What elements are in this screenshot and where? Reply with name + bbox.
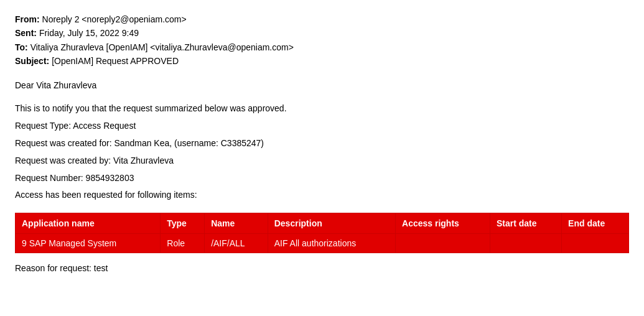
body-line1: This is to notify you that the request s… <box>15 101 629 116</box>
from-value: Noreply 2 <noreply2@openiam.com> <box>42 14 187 24</box>
to-label: To: <box>15 42 28 52</box>
col-access-rights: Access rights <box>396 213 490 234</box>
cell-type: Role <box>161 234 205 253</box>
body-line5: Request Number: 9854932803 <box>15 171 629 186</box>
to-value: Vitaliya Zhuravleva [OpenIAM] <vitaliya.… <box>30 42 294 52</box>
subject-label: Subject: <box>15 56 49 66</box>
cell-application-name: 9 SAP Managed System <box>16 234 161 253</box>
cell-start-date <box>490 234 561 253</box>
cell-access-rights <box>396 234 490 253</box>
col-description: Description <box>268 213 395 234</box>
body-line6: Access has been requested for following … <box>15 188 629 203</box>
from-label: From: <box>15 14 40 24</box>
table-row: 9 SAP Managed System Role /AIF/ALL AIF A… <box>16 234 629 253</box>
col-application-name: Application name <box>16 213 161 234</box>
sent-line: Sent: Friday, July 15, 2022 9:49 <box>15 26 629 40</box>
body-line4: Request was created by: Vita Zhuravleva <box>15 154 629 169</box>
cell-description: AIF All authorizations <box>268 234 395 253</box>
to-line: To: Vitaliya Zhuravleva [OpenIAM] <vital… <box>15 40 629 54</box>
email-body: Dear Vita Zhuravleva This is to notify y… <box>15 78 629 203</box>
greeting: Dear Vita Zhuravleva <box>15 78 629 93</box>
table-body: 9 SAP Managed System Role /AIF/ALL AIF A… <box>16 234 629 253</box>
email-header: From: Noreply 2 <noreply2@openiam.com> S… <box>15 12 629 68</box>
body-line2: Request Type: Access Request <box>15 119 629 134</box>
col-type: Type <box>161 213 205 234</box>
reason-section: Reason for request: test <box>15 263 629 273</box>
subject-value: [OpenIAM] Request APPROVED <box>52 56 179 66</box>
sent-label: Sent: <box>15 28 37 38</box>
table-header: Application name Type Name Description A… <box>16 213 629 234</box>
col-end-date: End date <box>562 213 629 234</box>
reason-text: Reason for request: test <box>15 263 108 273</box>
access-table: Application name Type Name Description A… <box>15 213 629 253</box>
table-header-row: Application name Type Name Description A… <box>16 213 629 234</box>
sent-value: Friday, July 15, 2022 9:49 <box>39 28 139 38</box>
access-table-section: Application name Type Name Description A… <box>15 213 629 253</box>
body-line3: Request was created for: Sandman Kea, (u… <box>15 136 629 151</box>
cell-name: /AIF/ALL <box>205 234 268 253</box>
cell-end-date <box>562 234 629 253</box>
subject-line: Subject: [OpenIAM] Request APPROVED <box>15 54 629 68</box>
col-name: Name <box>205 213 268 234</box>
col-start-date: Start date <box>490 213 561 234</box>
from-line: From: Noreply 2 <noreply2@openiam.com> <box>15 12 629 26</box>
